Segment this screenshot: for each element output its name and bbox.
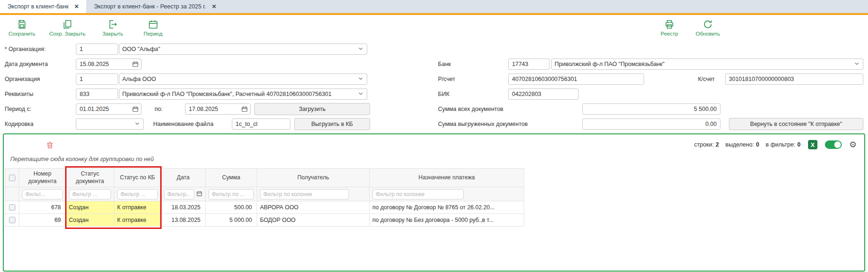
toolbar-right-group: Реестр Обновить <box>656 19 721 37</box>
registry-icon <box>664 19 675 29</box>
requisites-code-input[interactable] <box>76 88 118 100</box>
form-row-organization-req: * Организация: ООО "Альфа" <box>0 42 868 57</box>
bank-value: Приволжский ф-л ПАО "Промсвязьбанк" <box>555 61 853 67</box>
period-button[interactable]: Период <box>140 19 166 37</box>
filter-recipient-cell <box>257 187 370 201</box>
tab-bar: Экспорт в клиент-банк ✕ Экспорт в клиент… <box>0 0 868 13</box>
cell-kb-status: К отправке <box>114 201 161 214</box>
bik-input[interactable] <box>508 88 579 100</box>
save-close-button-label: Сохр. Закрыть <box>49 31 85 37</box>
refresh-button-label: Обновить <box>696 31 720 37</box>
column-header-status[interactable]: Статус документа <box>66 169 114 187</box>
filtered-count: в фильтре:0 <box>766 141 801 148</box>
tab-export-client-bank[interactable]: Экспорт в клиент-банк ✕ <box>0 0 86 13</box>
filter-kb-status-input[interactable] <box>117 189 158 199</box>
calendar-icon[interactable] <box>132 106 139 114</box>
column-header-number[interactable]: Номер документа <box>19 169 66 187</box>
bank-select[interactable]: Приволжский ф-л ПАО "Промсвязьбанк" <box>551 59 863 70</box>
tab-close-icon[interactable]: ✕ <box>212 4 216 9</box>
filter-toggle[interactable] <box>825 140 842 149</box>
upload-to-kb-button[interactable]: Выгрузить в КБ <box>294 118 370 130</box>
delete-icon[interactable] <box>46 140 54 149</box>
chevron-down-icon[interactable] <box>357 45 364 53</box>
registry-button[interactable]: Реестр <box>656 19 683 37</box>
doc-date-field <box>76 59 141 70</box>
doc-date-input[interactable] <box>76 59 141 70</box>
cell-number: 69 <box>19 214 66 227</box>
chevron-down-icon[interactable] <box>357 90 364 98</box>
calendar-icon[interactable] <box>241 106 248 114</box>
filter-date-input[interactable] <box>164 189 194 199</box>
requisites-select[interactable]: Приволжский ф-л ПАО "Промсвязьбанк", Рас… <box>119 88 367 100</box>
sum-exported-label: Сумма выгруженных документов <box>438 121 582 127</box>
filter-sum-cell <box>206 187 257 201</box>
filename-label: Наименование файла <box>153 121 223 127</box>
cell-sum: 500.00 <box>206 201 257 214</box>
row-checkbox[interactable] <box>9 217 15 223</box>
doc-date-label: Дата документа <box>5 61 76 67</box>
form-row-organization-accounts: Организация Альфа ООО Р/счет К/счет <box>0 72 868 87</box>
return-to-send-state-button[interactable]: Вернуть в состояние "К отправке" <box>729 118 863 130</box>
requisites-label: Реквизиты <box>5 91 76 97</box>
filter-purpose-cell <box>370 187 524 201</box>
filtered-count-label: в фильтре: <box>766 141 795 148</box>
column-header-kb-status[interactable]: Статус по КБ <box>114 169 161 187</box>
refresh-button[interactable]: Обновить <box>695 19 721 37</box>
documents-table: Номер документа Статус документа Статус … <box>5 168 524 227</box>
filter-purpose-input[interactable] <box>372 189 464 199</box>
tab-export-registry-2025[interactable]: Экспорт в клиент-банк - Реестр за 2025 г… <box>86 0 224 13</box>
period-from-input[interactable] <box>76 103 141 115</box>
select-all-checkbox[interactable] <box>9 175 15 181</box>
calendar-icon[interactable] <box>132 61 139 69</box>
tab-close-icon[interactable]: ✕ <box>74 4 79 9</box>
form-row-requisites-bik: Реквизиты Приволжский ф-л ПАО "Промсвязь… <box>0 87 868 102</box>
cell-kb-status: К отправке <box>114 214 161 227</box>
row-checkbox[interactable] <box>9 204 15 211</box>
chevron-down-icon[interactable] <box>134 120 141 128</box>
save-icon <box>17 19 27 29</box>
save-button[interactable]: Сохранить <box>8 19 35 37</box>
table-row[interactable]: 678 Создан К отправке 18.03.2025 500.00 … <box>5 201 524 214</box>
gear-icon[interactable]: ⚙ <box>849 140 857 149</box>
save-button-label: Сохранить <box>8 31 35 37</box>
form-row-period-sums: Период с: по: Загрузить Сумма всех докум… <box>0 102 868 117</box>
filter-status-cell <box>66 187 114 201</box>
chevron-down-icon[interactable] <box>357 75 364 83</box>
column-header-date[interactable]: Дата <box>161 169 206 187</box>
organization-req-select[interactable]: ООО "Альфа" <box>119 44 367 55</box>
column-header-sum[interactable]: Сумма <box>206 169 257 187</box>
table-row[interactable]: 69 Создан К отправке 13.08.2025 5 000.00… <box>5 214 524 227</box>
grid-toolbar-right: строки:2 выделено:0 в фильтре:0 X ⚙ <box>694 140 857 149</box>
filter-number-input[interactable] <box>22 189 63 199</box>
save-close-button[interactable]: Сохр. Закрыть <box>49 19 85 37</box>
cell-status: Создан <box>66 201 114 214</box>
encoding-select[interactable] <box>76 118 144 130</box>
chevron-down-icon[interactable] <box>853 60 860 68</box>
organization-req-code-input[interactable] <box>76 44 118 55</box>
group-by-hint: Перетащите сюда колонку для группировки … <box>4 151 864 162</box>
form-row-doc-date-bank: Дата документа Банк Приволжский ф-л ПАО … <box>0 57 868 72</box>
kschet-input[interactable] <box>725 74 863 85</box>
bank-code-input[interactable] <box>508 59 549 70</box>
filename-input[interactable] <box>232 118 290 130</box>
period-calendar-icon <box>148 19 158 29</box>
column-header-purpose[interactable]: Назначение платежа <box>370 169 524 187</box>
organization-select[interactable]: Альфа ООО <box>119 74 367 85</box>
filter-recipient-input[interactable] <box>260 189 349 199</box>
cell-date: 18.03.2025 <box>161 201 206 214</box>
requisites-value: Приволжский ф-л ПАО "Промсвязьбанк", Рас… <box>122 91 357 97</box>
filter-empty-cell <box>5 187 19 201</box>
load-button[interactable]: Загрузить <box>254 103 370 115</box>
calendar-icon[interactable] <box>196 191 202 198</box>
filter-sum-input[interactable] <box>208 189 254 199</box>
close-button-label: Закрыть <box>102 31 123 37</box>
organization-code-input[interactable] <box>76 74 118 85</box>
column-header-recipient[interactable]: Получатель <box>257 169 370 187</box>
filter-status-input[interactable] <box>69 189 111 199</box>
cell-date: 13.08.2025 <box>161 214 206 227</box>
rschet-input[interactable] <box>508 74 644 85</box>
export-excel-icon[interactable]: X <box>808 140 817 149</box>
period-to-input[interactable] <box>185 103 251 115</box>
bank-label: Банк <box>438 61 508 67</box>
close-button[interactable]: Закрыть <box>100 19 126 37</box>
